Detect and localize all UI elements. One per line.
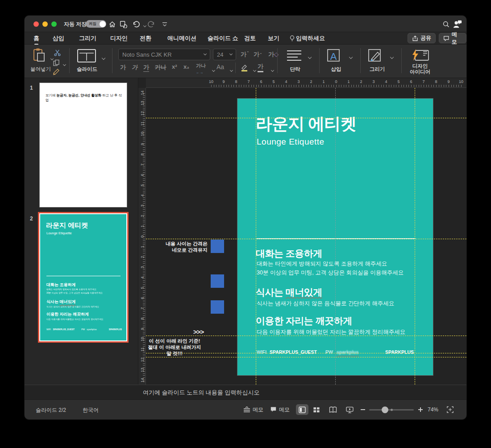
new-slide-icon[interactable] [76, 48, 97, 63]
new-slide-chevron-icon[interactable] [99, 54, 108, 63]
bold-button[interactable]: 가 [120, 63, 126, 71]
ribbon-divider [69, 48, 70, 73]
spacing-square-2[interactable] [211, 274, 224, 288]
section3-heading[interactable]: 이용한 자리는 깨끗하게 [256, 315, 352, 327]
home-icon[interactable] [107, 19, 117, 29]
notes-pane[interactable]: 여기에 슬라이드 노트의 내용을 입력하십시오 [25, 385, 466, 399]
guide-vertical-center[interactable] [335, 88, 336, 385]
zoom-in-button[interactable] [418, 405, 423, 415]
font-color-button[interactable]: 가 [258, 62, 263, 72]
redo-icon[interactable] [146, 19, 156, 29]
tab-design[interactable]: 디자인 [110, 34, 128, 42]
section1-heading[interactable]: 대화는 조용하게 [256, 247, 322, 260]
thumb-divider-line [46, 276, 121, 276]
ruler-number: 6 [260, 79, 262, 84]
search-icon[interactable] [441, 19, 451, 29]
account-avatar-icon[interactable] [452, 19, 462, 29]
minimize-window-button[interactable] [42, 21, 48, 27]
spacing-square-3[interactable] [211, 300, 224, 314]
slide-sorter-view-button[interactable] [313, 405, 320, 415]
guide-horizontal-1[interactable] [146, 118, 466, 118]
section1-body[interactable]: 대화는 타인에게 방해되지 않도록 조용하게 해주세요 30분 이상의 업무 미… [257, 259, 404, 277]
baseline-annotation[interactable]: 이 선이 아래 라인 기준!절대 이 아래로 내려가지 말 것!!! [147, 338, 202, 357]
share-button[interactable]: 공유 [408, 33, 436, 43]
guide-horizontal-3[interactable] [146, 336, 466, 336]
zoom-slider-knob[interactable] [382, 407, 388, 413]
zoom-level[interactable]: 74% [428, 407, 438, 413]
tab-draw[interactable]: 그리기 [79, 34, 96, 42]
guide-horizontal-5[interactable] [146, 357, 466, 357]
slideshow-view-button[interactable] [346, 405, 354, 415]
font-name-select[interactable]: Noto Sans CJK KR [118, 49, 210, 60]
section2-heading[interactable]: 식사는 매너있게 [256, 286, 322, 299]
slide-editor-canvas[interactable]: 10987654321012345678910 1413121110987654… [138, 78, 466, 385]
autosave-toggle[interactable]: 켜짐 [86, 20, 106, 28]
zoom-slider[interactable] [369, 409, 414, 411]
tell-me-box[interactable]: 입력하세요 [296, 34, 325, 42]
notes-toggle-button[interactable]: 메모 [243, 405, 263, 415]
superscript-button[interactable]: x² [172, 63, 177, 70]
fit-slide-to-window-button[interactable] [446, 405, 454, 415]
reading-view-button[interactable] [329, 405, 337, 415]
slide1-thumbnail[interactable]: 보기에 눈금자, 눈금선, 안내선 활성화 하고 난 후 작업 [39, 83, 127, 207]
guide-vertical-right[interactable] [415, 88, 415, 385]
normal-view-button[interactable] [296, 405, 308, 415]
insert-group-label: 삽입 [325, 66, 348, 73]
change-case-chevron-icon[interactable] [226, 66, 236, 76]
undo-icon[interactable] [131, 19, 141, 29]
tab-review[interactable]: 검토 [244, 34, 256, 42]
guide-vertical-left[interactable] [256, 88, 256, 385]
change-case-button[interactable]: Aa [216, 63, 224, 71]
slide-title[interactable]: 라운지 에티켓 [256, 113, 356, 135]
grow-font-button[interactable]: 가⌃ [241, 50, 250, 58]
zoom-window-button[interactable] [51, 21, 57, 27]
quick-access-more-icon[interactable] [160, 19, 170, 29]
cut-icon[interactable] [52, 48, 62, 58]
vertical-ruler[interactable]: 141312111098765432101234567891011121314 [138, 88, 146, 385]
comments-toggle-button[interactable]: 메모 [270, 405, 290, 415]
italic-button[interactable]: 가 [132, 63, 137, 71]
spacing-square-1[interactable] [211, 240, 224, 253]
ruler-number: 7 [140, 305, 145, 312]
wifi-label: WIFI [257, 349, 266, 355]
insert-icon[interactable]: A [326, 48, 345, 63]
strikethrough-button[interactable]: 가나 [155, 63, 166, 71]
spacing-annotation[interactable]: 내용 사이는 간격은네모로 간격유지 [165, 241, 208, 253]
tab-view[interactable]: 보기 [268, 34, 279, 42]
horizontal-ruler[interactable]: 10987654321012345678910 [146, 78, 466, 88]
zoom-out-button[interactable] [361, 405, 365, 415]
tab-home[interactable]: 홈 [33, 34, 39, 42]
language-indicator[interactable]: 한국어 [83, 407, 99, 414]
ruler-number: 5 [140, 285, 145, 291]
tab-insert[interactable]: 삽입 [53, 34, 64, 42]
format-painter-icon[interactable] [51, 67, 61, 77]
draw-chevron-icon[interactable] [387, 53, 397, 62]
font-size-select[interactable]: 24 [213, 49, 236, 60]
ruler-number: 8 [140, 151, 145, 158]
paragraph-chevron-icon[interactable] [305, 53, 315, 62]
draw-icon[interactable] [367, 48, 386, 63]
ruler-number: 7 [247, 79, 250, 84]
paragraph-icon[interactable] [285, 49, 303, 62]
section2-body[interactable]: 식사는 냄새가 심하지 않은 음식물로 간단하게 해주세요 [257, 299, 394, 308]
paste-icon[interactable] [32, 47, 47, 63]
comments-button[interactable]: 메모 [439, 33, 466, 43]
design-ideas-icon[interactable] [409, 48, 430, 62]
subscript-button[interactable]: x₂ [183, 63, 189, 70]
tab-slideshow[interactable]: 슬라이드 쇼 [208, 34, 238, 42]
section3-body[interactable]: 다음 이용자를 위해 머물렀던 자리는 깔끔하게 정리해주세요 [257, 328, 405, 336]
baseline-arrows[interactable]: >>> [193, 329, 204, 335]
slide2-thumbnail-selected[interactable]: 라운지 에티켓 Lounge Etiquette 대화는 조용하게 대화는 타인… [38, 212, 129, 343]
font-color-chevron-icon[interactable] [267, 66, 277, 76]
insert-chevron-icon[interactable] [346, 53, 356, 62]
tab-animations[interactable]: 애니메이션 [167, 34, 196, 42]
tab-transitions[interactable]: 전환 [140, 34, 151, 42]
guide-horizontal-2[interactable] [146, 239, 466, 239]
underline-button[interactable]: 가 [143, 63, 149, 72]
highlight-color-icon[interactable] [240, 63, 249, 72]
shrink-font-button[interactable]: 가⌄ [254, 50, 262, 58]
save-icon[interactable] [118, 19, 128, 29]
close-window-button[interactable] [33, 21, 39, 27]
slide-subtitle[interactable]: Lounge Etiquette [257, 137, 325, 147]
character-spacing-button[interactable]: 가나←→ [196, 62, 206, 75]
